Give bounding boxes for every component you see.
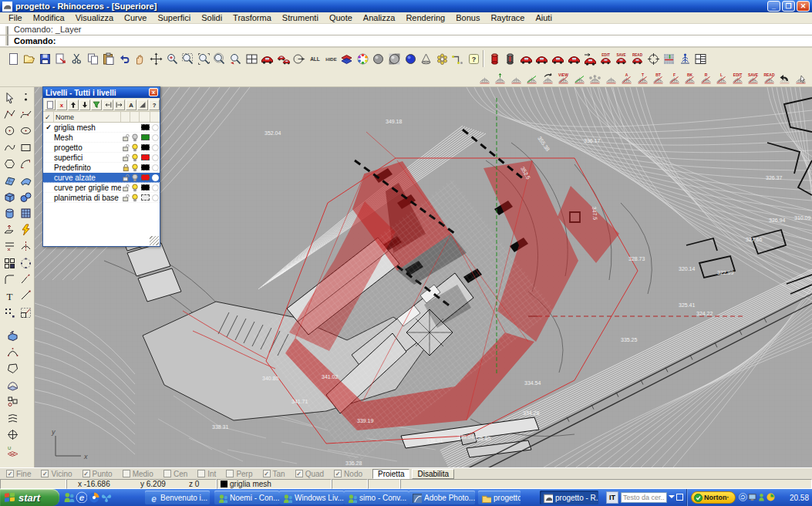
layer-color-swatch[interactable] — [140, 174, 150, 180]
media-player-icon[interactable] — [88, 491, 99, 503]
mesh-line-button[interactable] — [524, 72, 540, 86]
split-tool-button[interactable] — [18, 239, 33, 255]
mesh-read-button[interactable]: READ — [761, 72, 777, 86]
zoom-dynamic-button[interactable] — [164, 50, 180, 67]
paste-button[interactable] — [101, 50, 116, 67]
osnap-fine[interactable]: ✓Fine — [6, 470, 31, 478]
menu-modifica[interactable]: Modifica — [28, 13, 70, 22]
osnap-checkbox[interactable] — [163, 470, 171, 477]
osnap-vicino[interactable]: ✓Vicino — [41, 470, 72, 478]
arch-points-button[interactable] — [5, 344, 20, 359]
search-dropdown-icon[interactable] — [669, 495, 675, 501]
layer-row-Mesh[interactable]: Mesh — [43, 133, 160, 143]
layer-bulb-icon[interactable] — [130, 184, 140, 192]
color-wheel-button[interactable] — [355, 50, 370, 67]
delete-layer-button[interactable]: x — [56, 100, 67, 110]
layers-header-material[interactable] — [150, 112, 160, 122]
zoom-previous-button[interactable] — [227, 50, 243, 67]
mesh-l-button[interactable]: L — [714, 72, 729, 86]
arc-tool-button[interactable] — [18, 157, 33, 172]
layer-name[interactable]: curve per griglie mesh — [54, 184, 121, 192]
measure-tool-button[interactable] — [450, 50, 466, 67]
layer-bulb-icon[interactable] — [130, 164, 140, 172]
layer-material-circle[interactable] — [150, 144, 160, 151]
hide-objects-button[interactable]: HIDE — [323, 50, 339, 67]
target-cross-button[interactable] — [645, 50, 661, 67]
car-read-button[interactable]: READ — [629, 50, 645, 67]
layers-header-visible[interactable] — [130, 112, 140, 122]
language-indicator[interactable]: IT — [606, 491, 618, 504]
task-progetto-r-[interactable]: progetto - R... — [540, 491, 598, 504]
mesh-bk-button[interactable]: BK — [682, 72, 698, 86]
car-arrow-button[interactable] — [582, 50, 598, 67]
osnap-punto[interactable]: ✓Punto — [83, 470, 113, 478]
scale-tool-button[interactable] — [18, 305, 33, 320]
export-file-button[interactable] — [53, 50, 69, 67]
task-adobe-photo-[interactable]: Adobe Photo... — [409, 491, 475, 504]
taskbar-search-input[interactable] — [621, 492, 667, 503]
mesh-save-button[interactable]: SAVE — [746, 72, 761, 86]
select-all-layers-button[interactable]: A — [126, 100, 136, 110]
layer-material-circle[interactable] — [150, 134, 160, 141]
layers-resize-grip[interactable] — [150, 236, 159, 245]
osnap-checkbox[interactable] — [123, 470, 130, 477]
task-progetto[interactable]: progetto — [478, 491, 521, 504]
invert-selection-button[interactable] — [137, 100, 148, 110]
layer-lock-icon[interactable] — [121, 194, 130, 202]
menu-raytrace[interactable]: Raytrace — [485, 13, 530, 22]
mesh-object-button[interactable] — [5, 377, 20, 393]
ellipse-tool-button[interactable] — [18, 123, 33, 139]
mesh-t-button[interactable]: T — [635, 72, 650, 86]
mesh-undo-button[interactable] — [777, 72, 793, 86]
undo-button[interactable] — [116, 50, 132, 67]
box-solid-button[interactable] — [2, 189, 17, 204]
layer-color-swatch[interactable] — [140, 194, 150, 201]
osnap-checkbox[interactable]: ✓ — [83, 470, 90, 477]
gear-flower-button[interactable] — [434, 50, 450, 67]
osnap-checkbox[interactable] — [197, 470, 205, 477]
align-objects-button[interactable] — [5, 394, 20, 410]
move-layer-down-button[interactable] — [79, 100, 90, 110]
closed-polygon-button[interactable] — [5, 361, 20, 376]
select-arrow-button[interactable] — [2, 90, 17, 106]
layer-material-circle[interactable] — [150, 154, 160, 161]
menu-aiuti[interactable]: Aiuti — [530, 13, 557, 22]
search-go-button[interactable] — [676, 494, 683, 501]
menu-trasforma[interactable]: Trasforma — [227, 13, 277, 22]
layers-header-current[interactable]: ✓ — [43, 112, 54, 122]
new-layer-button[interactable] — [45, 100, 56, 110]
layer-color-swatch[interactable] — [140, 124, 150, 130]
osnap-checkbox[interactable]: ✓ — [334, 470, 342, 477]
render-sphere-gray-button[interactable] — [371, 50, 386, 67]
rect-array-button[interactable] — [2, 255, 17, 271]
layer-lock-icon[interactable] — [121, 143, 130, 152]
menu-strumenti[interactable]: Strumenti — [277, 13, 324, 22]
layer-bulb-icon[interactable] — [130, 133, 140, 142]
car-side-button[interactable] — [260, 50, 275, 67]
save-file-button[interactable] — [37, 50, 52, 67]
osnap-cen[interactable]: Cen — [163, 470, 187, 478]
layer-color-swatch[interactable] — [140, 184, 150, 191]
layers-header-name[interactable]: Nome — [54, 112, 121, 122]
osnap-checkbox[interactable]: ✓ — [6, 470, 14, 477]
copy-button[interactable] — [85, 50, 100, 67]
ground-mesh-button[interactable]: U — [5, 444, 20, 459]
layer-material-circle[interactable] — [150, 184, 160, 191]
title-bar[interactable]: progetto - Rhinoceros - [Superiore] _ ❐ … — [0, 0, 812, 12]
layer-row-curve-per-griglie-mesh[interactable]: curve per griglie mesh — [43, 183, 160, 193]
osnap-checkbox[interactable]: ✓ — [41, 470, 49, 477]
window-grid-button[interactable] — [693, 50, 709, 67]
osnap-perp[interactable]: Perp — [226, 470, 252, 478]
move-right-button[interactable] — [114, 100, 125, 110]
zoom-extents-button[interactable] — [212, 50, 227, 67]
rotate-view-button[interactable] — [148, 50, 163, 67]
freeform-curve-button[interactable] — [2, 140, 17, 155]
layer-bulb-icon[interactable] — [130, 153, 140, 162]
polyline-tool-button[interactable] — [2, 106, 17, 122]
layer-row-planimetria-di-base[interactable]: planimetria di base — [43, 193, 160, 203]
layer-bulb-icon[interactable] — [130, 194, 140, 202]
layer-lock-icon[interactable] — [121, 164, 130, 172]
menu-rendering[interactable]: Rendering — [400, 13, 450, 22]
mesh-rotate-button[interactable] — [540, 72, 555, 86]
center-mark-button[interactable] — [291, 50, 307, 67]
